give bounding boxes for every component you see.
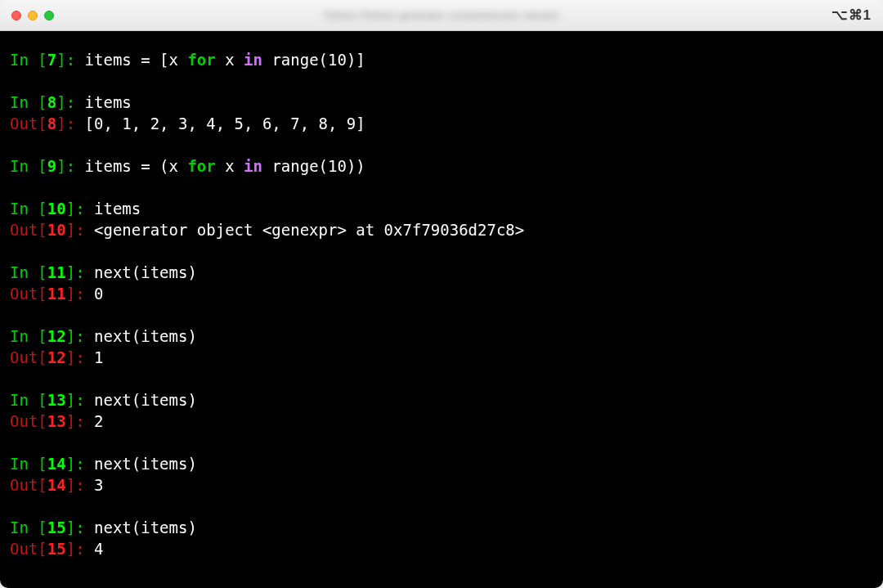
prompt-number: 12: [47, 348, 66, 366]
bracket: [: [38, 391, 47, 409]
output-value: 0: [94, 285, 103, 303]
prompt-number: 10: [47, 200, 66, 218]
bracket: [: [38, 540, 47, 558]
minimize-button[interactable]: [28, 11, 38, 20]
colon: :: [75, 200, 94, 218]
terminal-window: Python IPython generator comprehension s…: [0, 0, 883, 588]
in-label: In: [10, 93, 38, 111]
code-token: items = [x: [85, 51, 188, 69]
code-token: next(items): [94, 263, 197, 281]
in-line: In [11]: next(items): [10, 262, 873, 283]
prompt-number: 7: [47, 51, 56, 69]
in-line: In [7]: items = [x for x in range(10)]: [10, 49, 873, 70]
bracket: ]: [66, 327, 75, 345]
colon: :: [66, 93, 85, 111]
out-line: Out[10]: <generator object <genexpr> at …: [10, 219, 873, 240]
bracket: ]: [66, 412, 75, 430]
bracket: [: [38, 455, 47, 473]
code-token: for: [187, 51, 215, 69]
bracket: ]: [56, 51, 65, 69]
bracket: [: [38, 200, 47, 218]
out-label: Out: [10, 476, 38, 494]
bracket: [: [38, 93, 47, 111]
colon: :: [75, 540, 94, 558]
colon: :: [75, 285, 94, 303]
bracket: [: [38, 412, 47, 430]
prompt-number: 11: [47, 263, 66, 281]
blank-line: [10, 177, 873, 198]
out-line: Out[14]: 3: [10, 474, 873, 496]
in-label: In: [10, 157, 38, 175]
code-token: items: [94, 200, 141, 218]
bracket: ]: [66, 221, 75, 239]
bracket: ]: [66, 540, 75, 558]
window-titlebar: Python IPython generator comprehension s…: [0, 0, 883, 31]
output-value: 4: [94, 540, 103, 558]
colon: :: [75, 455, 94, 473]
code-token: for: [187, 157, 215, 175]
out-label: Out: [10, 412, 38, 430]
colon: :: [75, 518, 94, 536]
output-value: 3: [94, 476, 103, 494]
out-label: Out: [10, 540, 38, 558]
bracket: [: [38, 114, 47, 132]
in-label: In: [10, 200, 38, 218]
bracket: ]: [66, 476, 75, 494]
in-line: In [12]: next(items): [10, 325, 873, 347]
prompt-number: 15: [47, 540, 66, 558]
output-value: 2: [94, 412, 103, 430]
colon: :: [75, 391, 94, 409]
blank-line: [10, 368, 873, 389]
in-line: In [13]: next(items): [10, 389, 873, 411]
close-button[interactable]: [11, 11, 21, 20]
in-label: In: [10, 263, 38, 281]
colon: :: [75, 412, 94, 430]
bracket: [: [38, 285, 47, 303]
blank-line: [10, 134, 873, 155]
bracket: ]: [66, 200, 75, 218]
out-line: Out[8]: [0, 1, 2, 3, 4, 5, 6, 7, 8, 9]: [10, 113, 873, 134]
prompt-number: 8: [47, 93, 56, 111]
prompt-number: 13: [47, 391, 66, 409]
bracket: ]: [66, 348, 75, 366]
colon: :: [75, 476, 94, 494]
colon: :: [75, 348, 94, 366]
out-label: Out: [10, 114, 38, 132]
code-token: next(items): [94, 327, 197, 345]
colon: :: [66, 51, 85, 69]
out-line: Out[15]: 4: [10, 538, 873, 559]
maximize-button[interactable]: [44, 11, 54, 20]
bracket: ]: [56, 114, 65, 132]
code-token: x: [216, 51, 244, 69]
bracket: ]: [56, 157, 65, 175]
out-label: Out: [10, 285, 38, 303]
blank-line: [10, 240, 873, 262]
bracket: [: [38, 476, 47, 494]
out-line: Out[12]: 1: [10, 347, 873, 368]
out-line: Out[11]: 0: [10, 283, 873, 304]
out-label: Out: [10, 221, 38, 239]
prompt-number: 9: [47, 157, 56, 175]
blank-line: [10, 304, 873, 325]
bracket: ]: [66, 455, 75, 473]
blank-line: [10, 70, 873, 92]
bracket: [: [38, 348, 47, 366]
output-value: <generator object <genexpr> at 0x7f79036…: [94, 221, 524, 239]
code-token: next(items): [94, 518, 197, 536]
terminal-body[interactable]: In [7]: items = [x for x in range(10)]In…: [0, 31, 883, 588]
in-line: In [15]: next(items): [10, 517, 873, 538]
window-title: Python IPython generator comprehension s…: [324, 9, 559, 21]
code-token: range(10)]: [262, 51, 365, 69]
window-shortcut-hint: ⌥⌘1: [831, 7, 872, 24]
code-token: in: [244, 51, 262, 69]
prompt-number: 11: [47, 285, 66, 303]
colon: :: [66, 114, 85, 132]
in-line: In [9]: items = (x for x in range(10)): [10, 155, 873, 177]
blank-line: [10, 496, 873, 517]
output-value: 1: [94, 348, 103, 366]
in-line: In [10]: items: [10, 198, 873, 219]
in-label: In: [10, 327, 38, 345]
output-value: [0, 1, 2, 3, 4, 5, 6, 7, 8, 9]: [85, 114, 365, 132]
in-label: In: [10, 391, 38, 409]
prompt-number: 10: [47, 221, 66, 239]
